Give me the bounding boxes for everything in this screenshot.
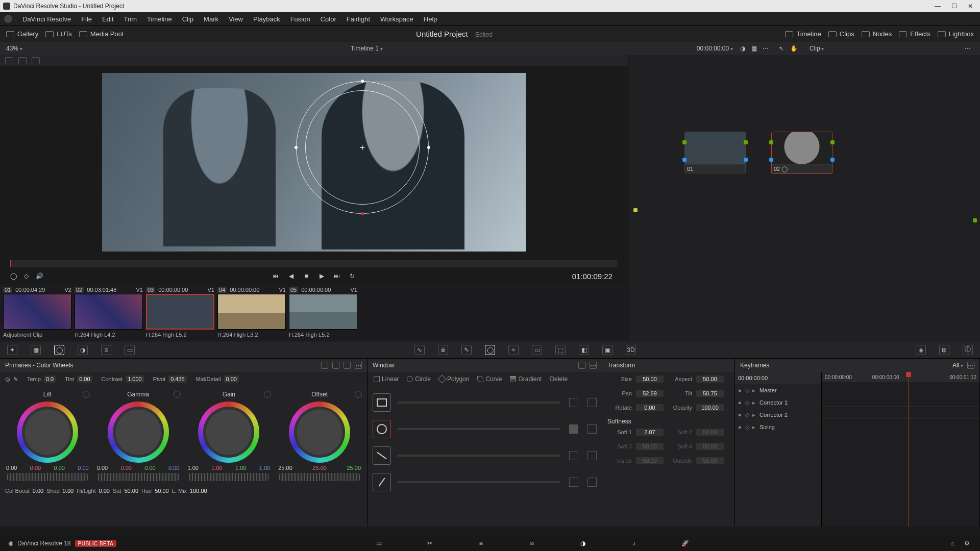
reset-icon[interactable]: [83, 391, 90, 398]
soft3-value[interactable]: 50.00: [636, 443, 664, 450]
keyframes-all-dropdown[interactable]: All: [952, 362, 963, 369]
bars-mode-icon[interactable]: [332, 362, 339, 369]
source-output-port[interactable]: [633, 208, 638, 212]
image-wipe-icon[interactable]: ◑: [740, 45, 747, 52]
inside-value[interactable]: 50.00: [636, 457, 664, 464]
wheel-offset[interactable]: Offset 25.0025.0025.00: [276, 389, 363, 481]
keyframe-row[interactable]: ●◇▸Sizing: [735, 421, 821, 433]
window-item-polygon[interactable]: [373, 442, 597, 469]
3d-icon[interactable]: 3D: [626, 345, 636, 355]
nodes-toggle[interactable]: Nodes: [862, 30, 892, 38]
delete-window-button[interactable]: Delete: [550, 375, 568, 383]
effects-toggle[interactable]: Effects: [899, 30, 930, 38]
clip-thumbnail[interactable]: 0300:00:00:00V1 H.264 High L5.2: [146, 287, 214, 338]
play-button[interactable]: ▶: [317, 272, 326, 280]
viewer-openfx-icon[interactable]: [32, 57, 40, 64]
bypass-grades-icon[interactable]: ◯: [10, 272, 17, 280]
mini-timeline[interactable]: [10, 260, 618, 267]
mask-toggle[interactable]: [569, 478, 578, 487]
invert-toggle[interactable]: [587, 424, 597, 434]
pointer-tool-icon[interactable]: ↖: [779, 45, 786, 52]
menu-view[interactable]: View: [224, 15, 248, 23]
jog-wheel[interactable]: [7, 473, 88, 481]
menu-fairlight[interactable]: Fairlight: [341, 15, 375, 23]
auto-balance-icon[interactable]: ✎: [13, 376, 18, 383]
tree-output-port[interactable]: [973, 218, 977, 222]
window-icon[interactable]: ◯: [485, 345, 495, 355]
viewer-timecode[interactable]: 00:00:00:00: [697, 45, 733, 52]
keyframe-row[interactable]: ●◇▸Corrector 1: [735, 396, 821, 409]
motion-effects-icon[interactable]: ▭: [125, 345, 135, 355]
window-item-curve[interactable]: [373, 469, 597, 495]
menu-color[interactable]: Color: [315, 15, 341, 23]
clip-thumbnail[interactable]: 0200:03:01:48V1 H.264 High L4.2: [75, 287, 143, 338]
menu-davinciresolve[interactable]: DaVinci Resolve: [17, 15, 76, 23]
mask-toggle[interactable]: [569, 451, 578, 460]
split-screen-icon[interactable]: ▦: [751, 45, 758, 52]
invert-toggle[interactable]: [587, 478, 597, 487]
timeline-name-dropdown[interactable]: Timeline 1: [37, 45, 697, 52]
menu-trim[interactable]: Trim: [119, 15, 142, 23]
size-value[interactable]: 50.00: [636, 375, 664, 383]
gradient-window-button[interactable]: Gradient: [510, 375, 542, 383]
info-icon[interactable]: ⓘ: [963, 345, 973, 355]
pivot-value[interactable]: 0.435: [168, 375, 187, 383]
camera-raw-icon[interactable]: ✦: [7, 345, 17, 355]
page-edit[interactable]: ≡: [476, 538, 486, 548]
outside-value[interactable]: 50.00: [696, 457, 724, 464]
page-cut[interactable]: ✂: [425, 538, 435, 548]
window-options-icon[interactable]: ⋯: [590, 362, 597, 369]
pan-value[interactable]: 52.69: [636, 390, 664, 397]
jog-wheel[interactable]: [189, 473, 270, 481]
menu-edit[interactable]: Edit: [97, 15, 118, 23]
hilight-value[interactable]: 0.00: [99, 488, 110, 494]
luts-button[interactable]: LUTs: [45, 30, 72, 38]
warper-icon[interactable]: ※: [438, 345, 448, 355]
node[interactable]: 01: [684, 132, 746, 173]
reset-icon[interactable]: [264, 391, 271, 398]
reset-icon[interactable]: [174, 391, 181, 398]
timeline-toggle[interactable]: Timeline: [785, 30, 821, 38]
menu-file[interactable]: File: [76, 15, 97, 23]
maximise-button[interactable]: ☐: [950, 3, 958, 10]
invert-toggle[interactable]: [587, 451, 597, 460]
magic-mask-icon[interactable]: ▭: [532, 345, 542, 355]
minimise-button[interactable]: —: [934, 3, 941, 10]
mask-toggle[interactable]: [569, 424, 578, 434]
viewer-qualifier-icon[interactable]: [5, 57, 13, 64]
node-options-icon[interactable]: ⋯: [965, 45, 972, 52]
rgb-mixer-icon[interactable]: ≡: [101, 345, 111, 355]
power-window-overlay[interactable]: ＋: [296, 81, 429, 214]
contrast-value[interactable]: 1.000: [126, 375, 144, 383]
color-wheels-icon[interactable]: ◯: [54, 345, 64, 355]
menu-workspace[interactable]: Workspace: [375, 15, 419, 23]
menu-mark[interactable]: Mark: [199, 15, 224, 23]
go-last-button[interactable]: ⏭: [333, 272, 341, 280]
clips-toggle[interactable]: Clips: [828, 30, 854, 38]
hand-tool-icon[interactable]: ✋: [790, 45, 797, 52]
wheels-mode-icon[interactable]: [321, 362, 328, 369]
lmix-value[interactable]: 100.00: [190, 488, 207, 494]
tracker-icon[interactable]: ✧: [508, 345, 519, 355]
aspect-value[interactable]: 50.00: [696, 375, 724, 383]
color-wheel[interactable]: [289, 402, 350, 463]
colboost-value[interactable]: 0.00: [33, 488, 43, 494]
keyframes-graph[interactable]: 00:00:00:00 00:00:00:00 00:00:01:12: [822, 372, 979, 527]
keyframes-options-icon[interactable]: ⋯: [967, 362, 974, 369]
loop-button[interactable]: ↻: [348, 272, 356, 280]
playhead-icon[interactable]: [10, 260, 11, 267]
opacity-value[interactable]: 100.00: [696, 404, 724, 411]
blur-icon[interactable]: ⬚: [555, 345, 566, 355]
invert-toggle[interactable]: [587, 398, 597, 407]
stop-button[interactable]: ■: [302, 272, 310, 280]
qualifier-icon[interactable]: ✎: [461, 345, 472, 355]
soft4-value[interactable]: 50.00: [696, 443, 724, 450]
curves-icon[interactable]: ∿: [414, 345, 425, 355]
menu-fusion[interactable]: Fusion: [285, 15, 315, 23]
color-wheel[interactable]: [198, 402, 259, 463]
menu-playback[interactable]: Playback: [248, 15, 285, 23]
key-icon[interactable]: ◧: [579, 345, 589, 355]
window-item-circle[interactable]: [373, 416, 597, 442]
soft1-value[interactable]: 2.07: [636, 429, 664, 436]
keyframe-row[interactable]: ●◇▸Corrector 2: [735, 409, 821, 421]
